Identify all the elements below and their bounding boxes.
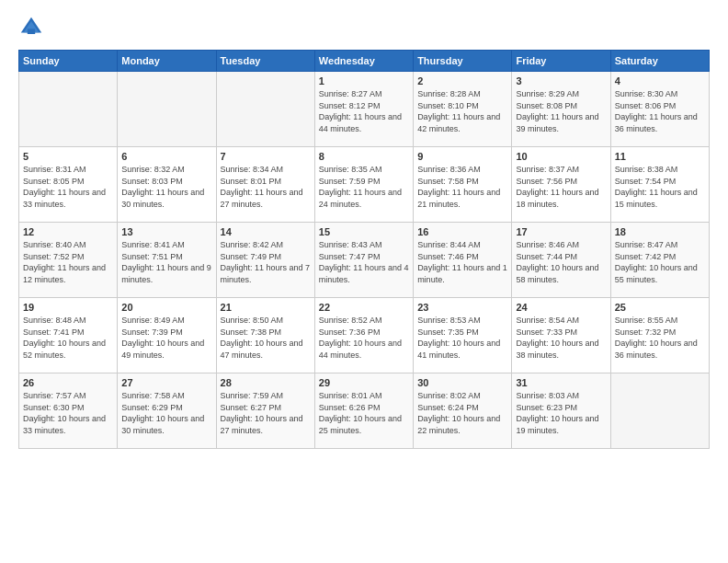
day-number: 20	[121, 302, 211, 313]
day-number: 29	[319, 377, 409, 388]
day-number: 27	[121, 377, 211, 388]
header-friday: Friday	[512, 51, 610, 72]
day-number: 2	[417, 75, 507, 86]
day-info: Sunrise: 8:36 AMSunset: 7:58 PMDaylight:…	[417, 164, 507, 210]
calendar-cell: 11Sunrise: 8:38 AMSunset: 7:54 PMDayligh…	[610, 147, 709, 223]
day-number: 18	[615, 226, 705, 237]
day-info: Sunrise: 7:58 AMSunset: 6:29 PMDaylight:…	[121, 390, 211, 436]
calendar-cell: 20Sunrise: 8:49 AMSunset: 7:39 PMDayligh…	[118, 298, 216, 373]
week-row-2: 12Sunrise: 8:40 AMSunset: 7:52 PMDayligh…	[19, 223, 710, 298]
calendar-cell: 27Sunrise: 7:58 AMSunset: 6:29 PMDayligh…	[118, 373, 216, 449]
day-number: 28	[221, 377, 311, 388]
calendar-cell: 4Sunrise: 8:30 AMSunset: 8:06 PMDaylight…	[610, 72, 709, 147]
calendar-cell: 25Sunrise: 8:55 AMSunset: 7:32 PMDayligh…	[610, 298, 709, 373]
day-number: 17	[516, 226, 606, 237]
calendar-cell	[118, 72, 216, 147]
calendar-cell: 14Sunrise: 8:42 AMSunset: 7:49 PMDayligh…	[216, 223, 314, 298]
calendar-cell: 23Sunrise: 8:53 AMSunset: 7:35 PMDayligh…	[414, 298, 512, 373]
day-info: Sunrise: 8:46 AMSunset: 7:44 PMDaylight:…	[516, 239, 606, 285]
day-info: Sunrise: 8:35 AMSunset: 7:59 PMDaylight:…	[319, 164, 409, 210]
day-number: 26	[23, 377, 113, 388]
day-info: Sunrise: 8:44 AMSunset: 7:46 PMDaylight:…	[417, 239, 507, 285]
calendar-cell: 2Sunrise: 8:28 AMSunset: 8:10 PMDaylight…	[414, 72, 512, 147]
calendar-cell: 29Sunrise: 8:01 AMSunset: 6:26 PMDayligh…	[314, 373, 413, 449]
calendar-cell: 24Sunrise: 8:54 AMSunset: 7:33 PMDayligh…	[512, 298, 610, 373]
day-number: 1	[319, 75, 409, 86]
day-number: 23	[417, 302, 507, 313]
day-number: 19	[23, 302, 113, 313]
calendar-cell: 1Sunrise: 8:27 AMSunset: 8:12 PMDaylight…	[314, 72, 413, 147]
day-info: Sunrise: 8:34 AMSunset: 8:01 PMDaylight:…	[221, 164, 311, 210]
day-number: 3	[516, 75, 606, 86]
day-info: Sunrise: 8:03 AMSunset: 6:23 PMDaylight:…	[516, 390, 606, 436]
calendar-header: SundayMondayTuesdayWednesdayThursdayFrid…	[19, 51, 710, 72]
day-number: 30	[417, 377, 507, 388]
day-number: 21	[221, 302, 311, 313]
day-number: 11	[615, 151, 705, 162]
day-info: Sunrise: 8:50 AMSunset: 7:38 PMDaylight:…	[221, 315, 311, 361]
svg-rect-2	[28, 29, 35, 34]
day-number: 13	[121, 226, 211, 237]
day-info: Sunrise: 8:49 AMSunset: 7:39 PMDaylight:…	[121, 315, 211, 361]
day-info: Sunrise: 7:59 AMSunset: 6:27 PMDaylight:…	[221, 390, 311, 436]
day-number: 25	[615, 302, 705, 313]
header-thursday: Thursday	[414, 51, 512, 72]
calendar-cell: 3Sunrise: 8:29 AMSunset: 8:08 PMDaylight…	[512, 72, 610, 147]
day-info: Sunrise: 8:37 AMSunset: 7:56 PMDaylight:…	[516, 164, 606, 210]
day-info: Sunrise: 8:38 AMSunset: 7:54 PMDaylight:…	[615, 164, 705, 210]
week-row-4: 26Sunrise: 7:57 AMSunset: 6:30 PMDayligh…	[19, 373, 710, 449]
day-number: 24	[516, 302, 606, 313]
day-number: 4	[615, 75, 705, 86]
calendar-cell	[216, 72, 314, 147]
day-info: Sunrise: 8:28 AMSunset: 8:10 PMDaylight:…	[417, 88, 507, 134]
week-row-3: 19Sunrise: 8:48 AMSunset: 7:41 PMDayligh…	[19, 298, 710, 373]
day-info: Sunrise: 7:57 AMSunset: 6:30 PMDaylight:…	[23, 390, 113, 436]
day-number: 9	[417, 151, 507, 162]
day-number: 12	[23, 226, 113, 237]
calendar-cell: 10Sunrise: 8:37 AMSunset: 7:56 PMDayligh…	[512, 147, 610, 223]
day-number: 10	[516, 151, 606, 162]
calendar-cell: 17Sunrise: 8:46 AMSunset: 7:44 PMDayligh…	[512, 223, 610, 298]
day-info: Sunrise: 8:29 AMSunset: 8:08 PMDaylight:…	[516, 88, 606, 134]
calendar-cell: 8Sunrise: 8:35 AMSunset: 7:59 PMDaylight…	[314, 147, 413, 223]
header-monday: Monday	[118, 51, 216, 72]
day-number: 7	[221, 151, 311, 162]
calendar-cell: 18Sunrise: 8:47 AMSunset: 7:42 PMDayligh…	[610, 223, 709, 298]
logo-icon	[18, 15, 44, 40]
header-saturday: Saturday	[610, 51, 709, 72]
page-header	[18, 15, 710, 40]
header-tuesday: Tuesday	[216, 51, 314, 72]
day-info: Sunrise: 8:52 AMSunset: 7:36 PMDaylight:…	[319, 315, 409, 361]
day-info: Sunrise: 8:47 AMSunset: 7:42 PMDaylight:…	[615, 239, 705, 285]
calendar-cell: 31Sunrise: 8:03 AMSunset: 6:23 PMDayligh…	[512, 373, 610, 449]
calendar-cell: 30Sunrise: 8:02 AMSunset: 6:24 PMDayligh…	[414, 373, 512, 449]
week-row-0: 1Sunrise: 8:27 AMSunset: 8:12 PMDaylight…	[19, 72, 710, 147]
calendar-cell: 21Sunrise: 8:50 AMSunset: 7:38 PMDayligh…	[216, 298, 314, 373]
day-info: Sunrise: 8:55 AMSunset: 7:32 PMDaylight:…	[615, 315, 705, 361]
day-number: 5	[23, 151, 113, 162]
calendar-cell: 28Sunrise: 7:59 AMSunset: 6:27 PMDayligh…	[216, 373, 314, 449]
calendar-body: 1Sunrise: 8:27 AMSunset: 8:12 PMDaylight…	[19, 72, 710, 449]
day-number: 14	[221, 226, 311, 237]
day-info: Sunrise: 8:02 AMSunset: 6:24 PMDaylight:…	[417, 390, 507, 436]
calendar-cell: 13Sunrise: 8:41 AMSunset: 7:51 PMDayligh…	[118, 223, 216, 298]
logo	[18, 15, 48, 40]
day-number: 22	[319, 302, 409, 313]
header-sunday: Sunday	[19, 51, 118, 72]
calendar-cell: 19Sunrise: 8:48 AMSunset: 7:41 PMDayligh…	[19, 298, 118, 373]
calendar-cell: 16Sunrise: 8:44 AMSunset: 7:46 PMDayligh…	[414, 223, 512, 298]
day-info: Sunrise: 8:43 AMSunset: 7:47 PMDaylight:…	[319, 239, 409, 285]
day-number: 16	[417, 226, 507, 237]
calendar-cell: 26Sunrise: 7:57 AMSunset: 6:30 PMDayligh…	[19, 373, 118, 449]
calendar-cell	[19, 72, 118, 147]
day-info: Sunrise: 8:30 AMSunset: 8:06 PMDaylight:…	[615, 88, 705, 134]
week-row-1: 5Sunrise: 8:31 AMSunset: 8:05 PMDaylight…	[19, 147, 710, 223]
day-info: Sunrise: 8:27 AMSunset: 8:12 PMDaylight:…	[319, 88, 409, 134]
day-info: Sunrise: 8:48 AMSunset: 7:41 PMDaylight:…	[23, 315, 113, 361]
day-info: Sunrise: 8:53 AMSunset: 7:35 PMDaylight:…	[417, 315, 507, 361]
day-number: 15	[319, 226, 409, 237]
calendar-cell	[610, 373, 709, 449]
calendar-cell: 22Sunrise: 8:52 AMSunset: 7:36 PMDayligh…	[314, 298, 413, 373]
day-info: Sunrise: 8:41 AMSunset: 7:51 PMDaylight:…	[121, 239, 211, 285]
day-info: Sunrise: 8:54 AMSunset: 7:33 PMDaylight:…	[516, 315, 606, 361]
